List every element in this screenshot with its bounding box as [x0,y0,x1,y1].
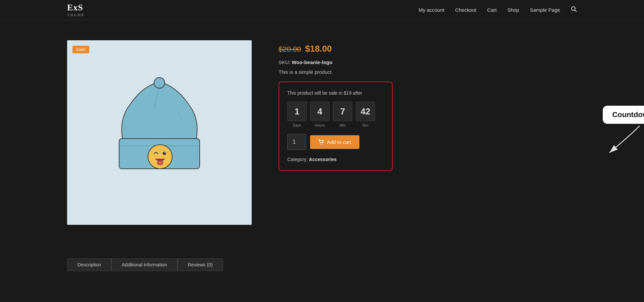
cart-icon [318,139,324,145]
add-to-cart-label: Add to cart [327,139,351,145]
nav-checkout[interactable]: Checkout [455,7,476,13]
cart-row: Add to cart [287,134,384,150]
sku-value: Woo-beanie-logo [292,59,332,65]
product-description: This is a simple product. [279,69,577,75]
timer-digit-days: 1 [287,102,307,121]
nav-shop[interactable]: Shop [507,7,519,13]
product-image-wrapper: Sale! [67,40,252,225]
sku-line: SKU: Woo-beanie-logo [279,59,577,65]
timer-digit-sec: 42 [356,102,375,121]
nav-cart[interactable]: Cart [487,7,497,13]
svg-point-10 [322,144,323,145]
nav-my-account[interactable]: My account [418,7,444,13]
timer-units: 1 Days 4 Hours 7 Min 42 Sec [287,102,384,127]
price-old: $20.00 [279,45,301,53]
tabs-bar: Description Additional information Revie… [67,258,644,271]
main-nav: My account Checkout Cart Shop Sample Pag… [418,6,577,14]
svg-point-6 [163,152,166,155]
add-to-cart-button[interactable]: Add to cart [310,135,359,149]
price-new: $18.00 [305,44,332,54]
category-label: Category: [287,157,308,162]
category-line: Category: Accessories [287,157,384,162]
timer-digit-hours: 4 [310,102,330,121]
quantity-input[interactable] [287,134,306,150]
svg-point-8 [157,160,163,165]
svg-point-9 [320,144,321,145]
timer-label-sec: Sec [362,123,369,127]
tab-description[interactable]: Description [67,258,111,271]
timer-label-min: Min [340,123,346,127]
logo-text-theme: THEME [67,13,85,17]
timer-label-hours: Hours [315,123,325,127]
countdown-box: This product will be sale in $19 after 1… [279,82,393,171]
countdown-annotation: Countdown Timer [603,106,644,124]
site-header: ExS THEME My account Checkout Cart Shop … [0,0,644,20]
svg-point-0 [572,7,575,10]
timer-unit-days: 1 Days [287,102,307,127]
timer-unit-min: 7 Min [333,102,352,127]
timer-unit-sec: 42 Sec [356,102,375,127]
tab-additional-info[interactable]: Additional information [111,258,178,271]
sale-badge: Sale! [72,46,89,53]
timer-unit-hours: 4 Hours [310,102,330,127]
product-image-svg [102,65,216,200]
svg-point-4 [154,78,165,88]
countdown-text: This product will be sale in $19 after [287,90,384,96]
annotation-arrow [583,122,644,156]
nav-sample-page[interactable]: Sample Page [530,7,560,13]
search-icon[interactable] [571,6,577,14]
svg-point-7 [165,152,166,153]
sku-label: SKU: [279,59,290,65]
product-info: $20.00 $18.00 SKU: Woo-beanie-logo This … [279,40,577,171]
product-image-box [67,40,252,225]
timer-label-days: Days [293,123,301,127]
main-content: Sale! [0,20,644,245]
annotation-bubble: Countdown Timer [603,106,644,124]
timer-digit-min: 7 [333,102,352,121]
price-area: $20.00 $18.00 [279,44,577,54]
site-logo: ExS THEME [67,3,85,17]
tab-reviews[interactable]: Reviews (0) [178,258,223,271]
svg-line-1 [575,10,577,12]
category-value: Accessories [309,157,337,162]
logo-text-ex: ExS [67,3,85,13]
